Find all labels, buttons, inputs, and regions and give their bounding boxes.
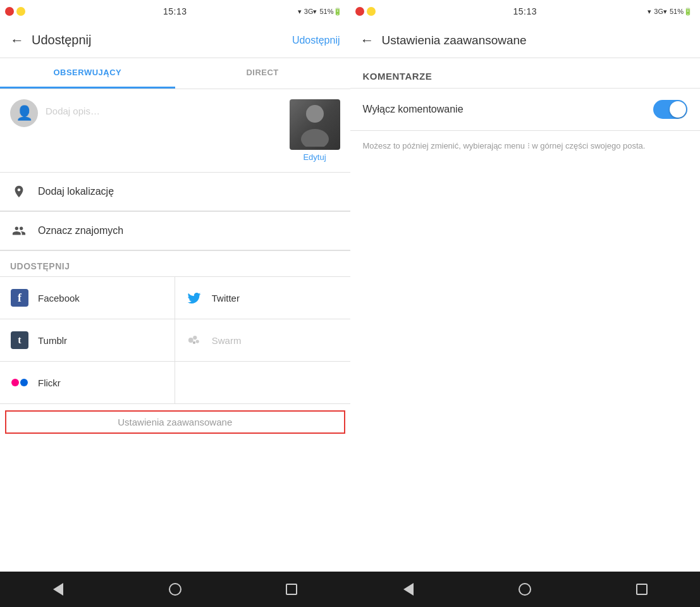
nav-home-icon [169,583,181,596]
svg-point-1 [301,129,329,147]
right-time: 15:13 [513,6,537,16]
right-app-bar: ← Ustawienia zaawansowane [350,23,701,58]
wifi-icon: ▾ [298,8,302,16]
avatar: 👤 [10,99,38,127]
tabs-bar: OBSERWUJĄCY DIRECT [0,58,350,89]
share-item-tumblr[interactable]: t Tumblr [0,319,175,362]
wifi-icon-r: ▾ [648,8,651,16]
left-nav-recent[interactable] [279,577,304,602]
left-content: 👤 Dodaj opis… Edytuj [0,89,350,572]
facebook-label: Facebook [38,293,80,304]
nav-back-icon [53,583,63,596]
share-item-swarm: Swarm [175,319,350,362]
right-back-button[interactable]: ← [360,32,374,49]
battery-icon: 51%🔋 [319,8,342,16]
right-nav-back[interactable] [396,577,421,602]
pin-svg [12,185,26,199]
tag-icon [10,222,28,240]
swarm-svg [186,332,202,348]
fl-icon-inner [11,379,28,386]
left-page-title: Udostępnij [32,33,292,47]
udostepnij-action-button[interactable]: Udostępnij [292,35,340,46]
nav-recent-icon [286,584,297,595]
tab-direct[interactable]: DIRECT [175,58,350,89]
right-status-icons [355,7,376,16]
right-status-signal: ▾ 3G▾ 51%🔋 [648,8,692,16]
toggle-description: Możesz to później zmienić, wybierając me… [350,131,701,161]
share-grid: f Facebook Twitter t Tumblr [0,276,350,404]
advanced-btn-border: Ustawienia zaawansowane [5,410,345,434]
tag-row[interactable]: Oznacz znajomych [0,212,350,250]
right-page-title: Ustawienia zaawansowane [382,34,691,47]
left-nav-bar [0,572,350,607]
toggle-label: Wyłącz komentowanie [363,104,464,115]
flickr-dot-blue [20,379,28,386]
svg-point-2 [188,338,193,343]
comment-toggle[interactable] [653,100,687,119]
toggle-knob [670,101,686,118]
chrome-icon-yellow [16,7,25,16]
tm-icon-inner: t [11,331,28,349]
right-status-bar: 15:13 ▾ 3G▾ 51%🔋 [350,0,701,23]
right-nav-recent[interactable] [629,577,654,602]
flickr-label: Flickr [38,377,61,388]
share-item-flickr[interactable]: Flickr [0,362,175,404]
flickr-dot-pink [11,379,19,386]
user-section: 👤 Dodaj opis… Edytuj [0,89,350,173]
tumblr-label: Tumblr [38,335,67,346]
share-item-twitter[interactable]: Twitter [175,277,350,319]
share-section-header: UDOSTĘPNIJ [0,251,350,276]
facebook-icon: f [10,288,29,307]
tumblr-icon: t [10,331,29,350]
avatar-icon: 👤 [16,105,33,121]
tab-obserwujacy[interactable]: OBSERWUJĄCY [0,58,175,89]
left-phone-panel: 15:13 ▾ 3G▾ 51%🔋 ← Udostępnij Udostępnij… [0,0,350,607]
signal-icon: 3G▾ [304,8,317,16]
left-status-icons [5,7,25,16]
swarm-icon [185,331,203,349]
chrome-icon-red [5,7,14,16]
advanced-settings-button[interactable]: Ustawienia zaawansowane [6,412,344,432]
left-nav-back[interactable] [46,577,71,602]
nav-home-icon-r [519,583,531,596]
nav-recent-icon-r [636,584,648,595]
photo-thumbnail [290,99,340,150]
twitter-svg [187,290,202,305]
left-nav-home[interactable] [163,577,188,602]
right-nav-bar [350,572,701,607]
left-app-bar: ← Udostępnij Udostępnij [0,23,350,58]
swarm-label: Swarm [212,335,242,346]
chrome-icon-yellow-r [367,7,376,16]
person-svg [299,102,331,147]
location-label: Dodaj lokalizację [38,186,114,197]
share-grid-empty [175,362,350,404]
toggle-row: Wyłącz komentowanie [350,89,701,131]
right-nav-home[interactable] [512,577,537,602]
right-content: KOMENTARZE Wyłącz komentowanie Możesz to… [350,58,701,572]
svg-point-4 [195,340,199,343]
share-item-facebook[interactable]: f Facebook [0,277,175,319]
left-time: 15:13 [163,6,187,16]
twitter-icon [185,289,203,307]
photo-wrapper: Edytuj [290,99,340,162]
photo-thumb-inner [290,99,340,150]
battery-icon-r: 51%🔋 [670,8,692,16]
right-phone-panel: 15:13 ▾ 3G▾ 51%🔋 ← Ustawienia zaawansowa… [350,0,701,607]
signal-icon-r: 3G▾ [654,8,667,16]
left-status-signal: ▾ 3G▾ 51%🔋 [298,8,343,16]
left-back-button[interactable]: ← [10,32,24,49]
description-placeholder[interactable]: Dodaj opis… [46,99,282,116]
flickr-icon [10,373,29,392]
location-icon [10,183,28,200]
location-row[interactable]: Dodaj lokalizację [0,173,350,211]
svg-point-5 [193,341,195,344]
chrome-icon-red-r [355,7,364,16]
tag-svg [12,224,26,238]
left-status-bar: 15:13 ▾ 3G▾ 51%🔋 [0,0,350,23]
edit-label[interactable]: Edytuj [303,150,326,162]
advanced-btn-container: Ustawienia zaawansowane [0,404,350,440]
komentarze-header: KOMENTARZE [350,58,701,89]
svg-point-0 [306,105,324,123]
twitter-label: Twitter [212,293,240,304]
fb-icon-inner: f [11,289,28,307]
